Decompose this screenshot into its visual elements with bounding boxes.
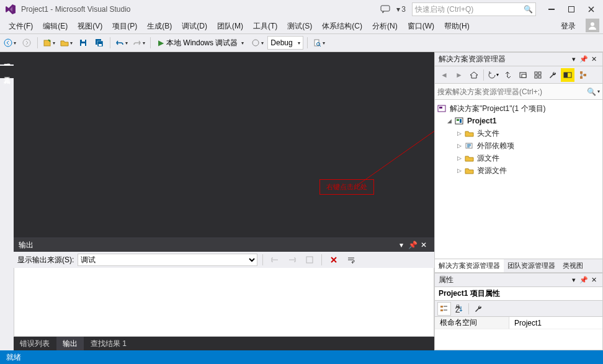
se-view-icon[interactable] [576, 68, 589, 82]
menu-test[interactable]: 测试(S) [282, 19, 317, 33]
menu-help[interactable]: 帮助(H) [439, 19, 475, 33]
solution-explorer-header: 解决方案资源管理器 ▾ 📌 ✕ [435, 53, 602, 66]
out-next-button[interactable] [285, 253, 299, 267]
out-goto-button[interactable] [303, 253, 316, 267]
se-home-icon[interactable] [467, 68, 481, 82]
tree-solution-node[interactable]: 解决方案"Project1"(1 个项目) [435, 102, 602, 115]
tree-project-node[interactable]: ◢ Project1 [435, 115, 602, 127]
se-properties-icon[interactable] [546, 68, 560, 82]
open-file-button[interactable]: ▾ [59, 36, 74, 50]
expand-icon[interactable]: ▷ [456, 155, 462, 161]
signin-link[interactable]: 登录 [555, 19, 582, 33]
close-panel-icon[interactable]: ✕ [418, 241, 429, 249]
expand-icon[interactable]: ▷ [456, 167, 462, 174]
tab-solution-explorer[interactable]: 解决方案资源管理器 [435, 259, 504, 272]
categorized-icon[interactable] [437, 302, 451, 316]
collapse-icon[interactable]: ◢ [446, 118, 452, 124]
close-panel-icon[interactable]: ✕ [589, 276, 599, 284]
menu-tools[interactable]: 工具(T) [248, 19, 282, 33]
pin-icon[interactable]: 📌 [407, 241, 418, 249]
menu-edit[interactable]: 编辑(E) [38, 19, 73, 33]
window-title: Project1 - Microsoft Visual Studio [21, 5, 131, 14]
menu-window[interactable]: 窗口(W) [403, 19, 439, 33]
config-combo[interactable]: Debug▾ [267, 36, 303, 50]
tab-error-list[interactable]: 错误列表 [14, 337, 56, 350]
se-preview-icon[interactable] [561, 68, 574, 82]
solution-icon [437, 104, 447, 113]
close-panel-icon[interactable]: ✕ [589, 55, 599, 63]
tab-team-explorer[interactable]: 团队资源管理器 [504, 259, 559, 272]
new-project-button[interactable]: ▾ [42, 36, 56, 50]
se-tree[interactable]: 解决方案"Project1"(1 个项目) ◢ Project1 ▷ 头文件 ▷ [435, 100, 602, 259]
search-icon[interactable]: 🔍 [587, 87, 596, 96]
se-sync-icon[interactable] [501, 68, 515, 82]
panel-menu-icon[interactable]: ▾ [569, 276, 579, 284]
pin-icon[interactable]: 📌 [579, 55, 589, 63]
find-in-files-button[interactable]: ▾ [311, 36, 326, 50]
tab-find-results[interactable]: 查找结果 1 [84, 337, 133, 350]
maximize-button[interactable] [562, 2, 581, 16]
svg-line-16 [358, 117, 434, 185]
props-object[interactable]: Project1 项目属性 [435, 287, 602, 301]
clear-output-button[interactable] [327, 253, 341, 267]
annotation-label: 右键点击此处 [319, 179, 374, 195]
menu-project[interactable]: 项目(P) [107, 19, 142, 33]
expand-icon[interactable]: ▷ [456, 143, 462, 149]
tab-output[interactable]: 输出 [56, 337, 84, 350]
nav-fwd-button[interactable] [20, 36, 34, 50]
tree-folder-external[interactable]: ▷ 外部依赖项 [435, 140, 602, 152]
minimize-button[interactable] [542, 2, 561, 16]
expand-icon[interactable]: ▷ [456, 130, 462, 136]
se-search-input[interactable] [437, 87, 587, 96]
output-body[interactable] [14, 268, 434, 337]
se-collapse-icon[interactable] [531, 68, 545, 82]
save-button[interactable] [76, 36, 90, 50]
redo-button[interactable]: ▾ [132, 36, 146, 50]
se-fwd-icon[interactable]: ► [452, 68, 466, 82]
toolbox-tab[interactable]: 工具箱 [0, 66, 14, 78]
menu-architecture[interactable]: 体系结构(C) [317, 19, 367, 33]
menu-view[interactable]: 视图(V) [73, 19, 107, 33]
search-icon[interactable]: 🔍 [524, 5, 533, 14]
close-button[interactable] [582, 2, 601, 16]
debug-dropdown[interactable]: ▾ [250, 36, 265, 50]
wrap-output-button[interactable] [344, 253, 358, 267]
svg-point-13 [252, 40, 259, 46]
se-search[interactable]: 🔍 ▾ [435, 84, 602, 100]
se-refresh-icon[interactable]: ▾ [486, 68, 500, 82]
pin-icon[interactable]: 📌 [579, 276, 589, 284]
props-pages-icon[interactable] [471, 302, 485, 316]
menu-team[interactable]: 团队(M) [212, 19, 248, 33]
tree-folder-headers[interactable]: ▷ 头文件 [435, 127, 602, 140]
notification-flag[interactable]: ▾3 [396, 5, 406, 14]
avatar-icon[interactable] [586, 19, 599, 32]
menu-file[interactable]: 文件(F) [4, 19, 38, 33]
panel-menu-icon[interactable]: ▾ [396, 241, 407, 249]
se-back-icon[interactable]: ◄ [437, 68, 451, 82]
se-showall-icon[interactable] [516, 68, 530, 82]
quick-launch[interactable]: 快速启动 (Ctrl+Q) 🔍 [412, 2, 536, 16]
out-prev-button[interactable] [268, 253, 282, 267]
properties-header: 属性 ▾ 📌 ✕ [435, 273, 602, 287]
alphabetical-icon[interactable]: AZ [452, 302, 466, 316]
undo-button[interactable]: ▾ [114, 36, 129, 50]
props-title: 属性 [439, 275, 453, 285]
panel-menu-icon[interactable]: ▾ [569, 55, 579, 63]
search-options-icon[interactable]: ▾ [597, 89, 600, 94]
menu-debug[interactable]: 调试(D) [177, 19, 212, 33]
menu-build[interactable]: 生成(B) [142, 19, 177, 33]
svg-rect-0 [381, 6, 390, 11]
server-explorer-tab[interactable]: 服务器资源管理器 [0, 52, 14, 64]
tree-folder-resources[interactable]: ▷ 资源文件 [435, 164, 602, 177]
menu-analyze[interactable]: 分析(N) [367, 19, 403, 33]
prop-value[interactable]: Project1 [509, 317, 602, 329]
output-source-select[interactable]: 调试 [78, 254, 257, 266]
tree-folder-sources[interactable]: ▷ 源文件 [435, 152, 602, 164]
start-debug-button[interactable]: ▶ 本地 Windows 调试器 ▾ [154, 36, 248, 50]
props-row[interactable]: 根命名空间 Project1 [435, 317, 602, 329]
tab-class-view[interactable]: 类视图 [559, 259, 587, 272]
props-toolbar: AZ [435, 301, 602, 317]
nav-back-button[interactable]: ▾ [2, 36, 17, 50]
feedback-icon[interactable] [380, 5, 390, 14]
save-all-button[interactable] [92, 36, 106, 50]
